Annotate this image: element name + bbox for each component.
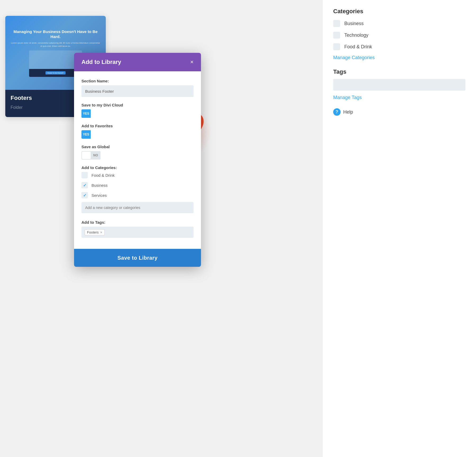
checkmark-services: ✓: [83, 193, 86, 198]
modal-footer: Save to Library: [74, 244, 201, 267]
tags-label: Add to Tags:: [81, 220, 194, 225]
section-name-group: Section Name:: [81, 79, 194, 97]
checkmark-business: ✓: [83, 183, 86, 188]
section-name-input[interactable]: [81, 85, 194, 97]
help-icon: ?: [333, 108, 341, 116]
favorites-toggle-thumb: [91, 131, 100, 138]
tags-group: Add to Tags: Footers ×: [81, 220, 194, 238]
add-to-library-modal: Add to Library × Section Name: Save to m…: [74, 53, 201, 267]
help-row: ? Help: [333, 108, 465, 116]
sidebar-category-label-technology: Technology: [344, 32, 368, 38]
global-toggle[interactable]: NO: [81, 151, 100, 160]
tag-chip-footers: Footers ×: [85, 229, 105, 235]
tag-label-footers: Footers: [87, 230, 99, 234]
tag-remove-footers[interactable]: ×: [100, 231, 102, 234]
modal-title: Add to Library: [81, 59, 121, 66]
favorites-toggle-yes: YES: [81, 130, 91, 139]
new-category-input[interactable]: [81, 202, 194, 213]
global-toggle-no: NO: [91, 151, 100, 160]
global-toggle-row: NO: [81, 151, 194, 160]
global-toggle-thumb: [82, 152, 91, 159]
toggle-thumb: [91, 110, 100, 117]
global-label: Save as Global: [81, 144, 194, 149]
categories-group: Add to Categories: Food & Drink ✓ Busine…: [81, 165, 194, 214]
favorites-group: Add to Favorites YES: [81, 124, 194, 139]
cat-label-food: Food & Drink: [91, 173, 115, 178]
help-text: Help: [343, 109, 353, 115]
sidebar-category-business[interactable]: Business: [333, 20, 465, 27]
sidebar-category-food[interactable]: Food & Drink: [333, 43, 465, 50]
modal-close-button[interactable]: ×: [190, 59, 194, 65]
cat-checkbox-food[interactable]: [81, 172, 88, 178]
cat-checkbox-business[interactable]: ✓: [81, 182, 88, 188]
sidebar-checkbox-technology[interactable]: [333, 32, 340, 39]
sidebar-tags-input: [333, 79, 465, 91]
divi-cloud-group: Save to my Divi Cloud YES: [81, 103, 194, 118]
sidebar-tags-title: Tags: [333, 68, 465, 75]
sidebar-panel: Categories Business Technology Food & Dr…: [323, 0, 476, 457]
cat-checkbox-services[interactable]: ✓: [81, 192, 88, 198]
divi-cloud-label: Save to my Divi Cloud: [81, 103, 194, 107]
toggle-yes-label: YES: [81, 109, 91, 118]
divi-cloud-toggle[interactable]: YES: [81, 109, 100, 118]
manage-tags-link[interactable]: Manage Tags: [333, 95, 465, 100]
favorites-toggle-row: YES: [81, 130, 194, 139]
category-food-drink[interactable]: Food & Drink: [81, 172, 194, 178]
sidebar-category-label-business: Business: [344, 21, 364, 26]
favorites-label: Add to Favorites: [81, 124, 194, 128]
cat-label-business: Business: [91, 183, 108, 188]
favorites-toggle[interactable]: YES: [81, 130, 100, 139]
category-services[interactable]: ✓ Services: [81, 192, 194, 198]
card-image-title: Managing Your Business Doesn't Have to B…: [11, 29, 100, 39]
modal-body: Section Name: Save to my Divi Cloud YES …: [74, 71, 201, 238]
category-business[interactable]: ✓ Business: [81, 182, 194, 188]
tags-area: Footers ×: [81, 227, 194, 238]
divi-cloud-toggle-row: YES: [81, 109, 194, 118]
sidebar-category-label-food: Food & Drink: [344, 44, 372, 50]
card-cta-btn: Ready To Get Started?: [45, 71, 66, 74]
modal-header: Add to Library ×: [74, 53, 201, 71]
sidebar-categories-title: Categories: [333, 8, 465, 15]
cat-label-services: Services: [91, 193, 107, 198]
sidebar-category-technology[interactable]: Technology: [333, 32, 465, 39]
global-group: Save as Global NO: [81, 144, 194, 160]
manage-categories-link[interactable]: Manage Categories: [333, 55, 465, 60]
sidebar-checkbox-food[interactable]: [333, 43, 340, 50]
categories-label: Add to Categories:: [81, 165, 194, 170]
save-to-library-button[interactable]: Save to Library: [74, 249, 201, 267]
card-folder-label: Folder: [11, 105, 22, 110]
categories-list: Food & Drink ✓ Business ✓ Services: [81, 172, 194, 198]
sidebar-checkbox-business[interactable]: [333, 20, 340, 27]
card-image-subtitle: Lorem ipsum dolor sit amet, consectetur …: [11, 41, 100, 48]
section-name-label: Section Name:: [81, 79, 194, 83]
